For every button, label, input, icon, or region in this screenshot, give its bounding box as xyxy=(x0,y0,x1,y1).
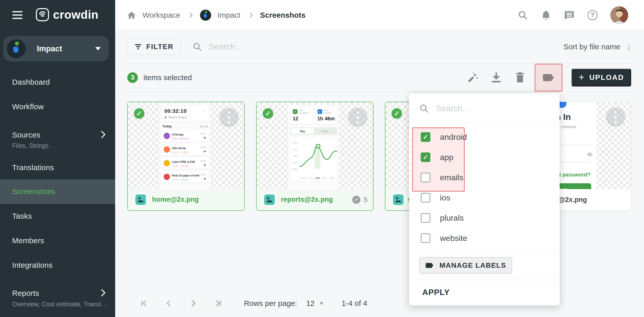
task-row: Learn HTML & CSS ▶ xyxy=(162,157,208,169)
download-icon[interactable] xyxy=(488,70,504,86)
selected-check-icon[interactable]: ✓ xyxy=(134,108,144,119)
pagination: Rows per page: 12 ▾ 1-4 of 4 xyxy=(137,293,367,313)
auto-tag-wand-icon[interactable] xyxy=(464,70,481,86)
screenshot-card-reports[interactable]: ✓ Task Completed 12 ✓ Total Duration 1h … xyxy=(256,102,374,211)
checkbox-checked[interactable]: ✓ xyxy=(421,152,430,162)
filter-button[interactable]: FILTER xyxy=(127,39,181,55)
apply-button[interactable]: APPLY xyxy=(422,288,450,297)
selection-toolbar: 3 items selected xyxy=(127,63,631,92)
image-file-icon xyxy=(264,194,275,205)
sidebar-item-sources[interactable]: Sources Files, Strings xyxy=(0,119,115,155)
task-list: UI Design ▶ 100x Sit-Up ▶ xyxy=(162,130,208,183)
card-menu-kebab[interactable] xyxy=(606,107,625,127)
upload-button[interactable]: + UPLOAD xyxy=(572,69,631,86)
project-switcher[interactable]: Impact xyxy=(4,36,109,61)
label-search-row xyxy=(409,94,560,123)
checkbox-unchecked[interactable] xyxy=(421,233,430,243)
plus-icon: + xyxy=(579,72,584,82)
notifications-bell-icon[interactable] xyxy=(540,10,552,21)
breadcrumb: Workspace Impact Screenshots xyxy=(127,10,306,21)
sidebar-item-reports[interactable]: Reports Overview, Cost estimate, Transl… xyxy=(0,277,115,314)
sidebar-item-workflow[interactable]: Workflow xyxy=(0,94,115,119)
card-menu-kebab[interactable] xyxy=(348,108,367,127)
page-range: 1-4 of 4 xyxy=(342,299,367,308)
breadcrumb-current-page: Screenshots xyxy=(260,11,306,19)
crowdin-logo-icon xyxy=(35,8,49,22)
sidebar-item-sources-subtitle: Files, Strings xyxy=(12,142,48,149)
image-file-icon xyxy=(135,194,146,205)
project-name: Impact xyxy=(37,44,62,53)
checkbox-checked[interactable]: ✓ xyxy=(421,132,430,142)
filter-row: FILTER Sort by file name ↓ xyxy=(127,30,631,63)
sidebar-item-members[interactable]: Members xyxy=(0,228,115,253)
first-page-icon[interactable] xyxy=(137,296,151,310)
sidebar-item-reports-subtitle: Overview, Cost estimate, Transl… xyxy=(12,301,107,308)
file-name[interactable]: @2x.png xyxy=(558,196,587,204)
caret-down-icon xyxy=(95,47,101,50)
global-search-icon[interactable] xyxy=(517,10,528,21)
sidebar-item-tasks[interactable]: Tasks xyxy=(0,204,115,228)
sidebar-item-translations[interactable]: Translations xyxy=(0,155,115,179)
checkbox-unchecked[interactable] xyxy=(421,213,430,223)
top-bar: Workspace Impact Screenshots ? xyxy=(115,0,644,30)
card-footer: home@2x.png xyxy=(128,189,244,210)
search-input[interactable] xyxy=(209,42,360,52)
sort-direction-arrow-icon[interactable]: ↓ xyxy=(626,42,631,52)
label-option-plurals[interactable]: plurals xyxy=(409,208,560,228)
user-avatar[interactable] xyxy=(610,6,628,24)
screenshot-card-home[interactable]: 00:32:10 › Fitness Project Today See All xyxy=(127,102,245,211)
previous-page-icon[interactable] xyxy=(162,296,176,310)
sidebar-item-screenshots[interactable]: Screenshots xyxy=(0,179,115,204)
eye-icon xyxy=(587,152,593,157)
breadcrumb-workspace[interactable]: Workspace xyxy=(142,11,180,19)
search-icon xyxy=(419,104,429,113)
manage-labels-button[interactable]: MANAGE LABELS xyxy=(419,257,512,274)
selected-check-icon[interactable]: ✓ xyxy=(391,108,402,119)
chevron-right-icon xyxy=(188,13,193,18)
selected-check-icon[interactable]: ✓ xyxy=(263,108,273,119)
strings-count: ✓ 5 xyxy=(352,196,367,204)
sidebar-item-integrations[interactable]: Integrations xyxy=(0,253,115,277)
hamburger-menu-icon[interactable] xyxy=(12,11,22,20)
play-icon: ▶ xyxy=(204,136,206,139)
label-option-ios[interactable]: ios xyxy=(409,188,560,208)
label-option-website[interactable]: website xyxy=(409,228,560,248)
sidebar-nav: Dashboard Workflow Sources Files, String… xyxy=(0,70,115,314)
label-option-android[interactable]: ✓ android xyxy=(409,127,560,147)
label-icon xyxy=(425,262,434,269)
checkbox-unchecked[interactable] xyxy=(421,193,430,202)
label-option-emails[interactable]: emails xyxy=(409,167,560,188)
apply-row: APPLY xyxy=(409,280,560,297)
last-page-icon[interactable] xyxy=(211,296,225,310)
label-button-annotation xyxy=(535,64,562,92)
file-name[interactable]: reports@2x.png xyxy=(281,196,333,203)
preview-image: 00:32:10 › Fitness Project Today See All xyxy=(159,103,211,190)
caret-down-icon[interactable]: ▾ xyxy=(320,300,323,307)
rows-per-page-value[interactable]: 12 xyxy=(306,299,314,308)
logo-wordmark: crowdin xyxy=(53,8,98,21)
preview-image: ✓ Task Completed 12 ✓ Total Duration 1h … xyxy=(288,105,340,190)
label-search-input[interactable] xyxy=(436,104,532,113)
sort-control[interactable]: Sort by file name ↓ xyxy=(563,42,631,52)
help-icon[interactable]: ? xyxy=(587,10,598,21)
chevron-right-icon: › xyxy=(204,109,206,113)
crowdin-logo[interactable]: crowdin xyxy=(35,8,98,22)
next-page-icon[interactable] xyxy=(186,296,201,310)
label-option-app[interactable]: ✓ app xyxy=(409,147,560,167)
breadcrumb-project[interactable]: Impact xyxy=(218,11,240,19)
main-content: FILTER Sort by file name ↓ 3 items selec… xyxy=(115,30,644,317)
file-name[interactable]: home@2x.png xyxy=(152,196,199,203)
play-icon: ▶ xyxy=(204,177,206,180)
search-icon xyxy=(192,42,202,52)
task-row: Read 10 pages of book ▶ xyxy=(162,171,208,183)
delete-trash-icon[interactable] xyxy=(512,70,528,86)
sidebar-item-dashboard[interactable]: Dashboard xyxy=(0,70,115,94)
card-menu-kebab[interactable] xyxy=(219,108,239,127)
assign-label-icon[interactable] xyxy=(540,70,557,86)
project-avatar xyxy=(7,39,26,58)
home-icon[interactable] xyxy=(127,11,136,19)
bulk-actions: + UPLOAD xyxy=(457,64,631,92)
checkbox-unchecked[interactable] xyxy=(421,173,430,182)
breadcrumb-project-avatar[interactable] xyxy=(200,10,211,21)
messages-icon[interactable] xyxy=(564,10,575,21)
